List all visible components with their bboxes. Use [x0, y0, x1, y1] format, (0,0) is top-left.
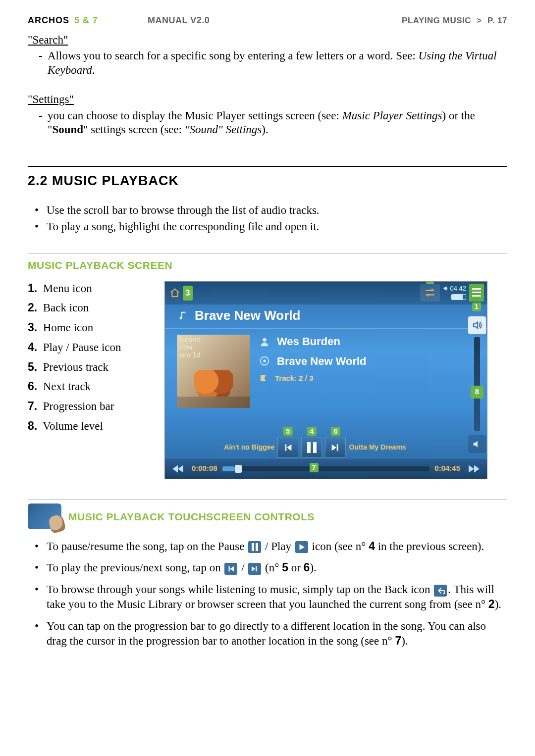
playback-bullet-2: To play a song, highlight the correspond…	[35, 220, 507, 234]
back-icon	[434, 585, 447, 597]
touch-bullet-1: To pause/resume the song, tap on the Pau…	[35, 539, 507, 554]
fast-forward-icon[interactable]	[465, 464, 483, 473]
battery-icon	[451, 294, 466, 300]
play-icon	[295, 541, 308, 553]
album-name: Brave New World	[277, 354, 367, 368]
section-2-2-heading: 2.2 MUSIC PLAYBACK	[28, 173, 507, 190]
next-track-button[interactable]: 6	[325, 437, 346, 458]
callout-3: 3	[183, 286, 193, 301]
home-icon[interactable]	[169, 288, 181, 299]
album-icon	[259, 355, 270, 366]
page-header: ARCHOS 5 & 7 MANUAL V2.0 PLAYING MUSIC >…	[28, 15, 507, 26]
volume-slider[interactable]	[474, 337, 480, 431]
callout-5: 5	[283, 427, 292, 436]
svg-point-0	[263, 338, 266, 341]
track-count: Track: 2 / 3	[275, 374, 314, 383]
callout-8: 8	[471, 386, 483, 399]
pause-icon	[248, 541, 261, 553]
rewind-icon[interactable]	[169, 464, 187, 473]
chevron-right-icon: >	[477, 16, 482, 25]
manual-version: MANUAL V2.0	[148, 15, 210, 26]
album-art: brave new world	[177, 335, 250, 408]
play-pause-button[interactable]: 4	[301, 437, 322, 458]
section-divider	[28, 166, 507, 167]
progress-bar[interactable]: 7	[222, 466, 430, 471]
repeat-icon[interactable]: 2	[420, 284, 440, 302]
elapsed-time: 0:00:08	[192, 464, 217, 473]
svg-point-2	[264, 360, 266, 362]
callout-1: 1	[472, 302, 481, 311]
search-desc: Allows you to search for a specific song…	[39, 49, 507, 78]
callout-4: 4	[307, 427, 316, 436]
music-note-icon	[177, 309, 188, 321]
settings-desc: you can choose to display the Music Play…	[39, 109, 507, 138]
artist-icon	[259, 336, 270, 347]
previous-icon	[224, 563, 237, 575]
next-song-label: Outta My Dreams	[349, 443, 406, 452]
page-number: P. 17	[487, 16, 507, 25]
brand: ARCHOS	[28, 15, 69, 26]
term-settings: "Settings"	[28, 93, 507, 107]
player-screenshot: 3 2 04 42 1	[164, 281, 487, 479]
previous-track-button[interactable]: 5	[277, 437, 298, 458]
playback-bullet-1: Use the scroll bar to browse through the…	[35, 203, 507, 218]
sub-divider-2	[28, 499, 507, 500]
artist-name: Wes Burden	[277, 335, 340, 349]
song-title: Brave New World	[195, 307, 300, 324]
header-section: PLAYING MUSIC	[402, 16, 471, 25]
track-icon	[259, 374, 268, 383]
next-icon	[248, 563, 261, 575]
menu-icon[interactable]: 1	[469, 284, 484, 302]
touch-bullet-4: You can tap on the progression bar to go…	[35, 619, 507, 649]
volume-mute-icon[interactable]	[468, 435, 486, 453]
touch-controls-heading: MUSIC PLAYBACK TOUCHSCREEN CONTROLS	[68, 510, 315, 523]
butterfly-icon	[194, 370, 233, 397]
legend-list: 1. Menu icon 2. Back icon 3. Home icon 4…	[28, 281, 152, 439]
prev-song-label: Ain't no Biggee	[224, 443, 274, 452]
volume-up-icon[interactable]	[468, 316, 486, 334]
sub-divider	[28, 253, 507, 254]
touchscreen-icon	[28, 504, 61, 529]
status-clock: 04 42	[443, 285, 466, 293]
model: 5 & 7	[74, 15, 98, 26]
touch-bullet-3: To browse through your songs while liste…	[35, 582, 507, 612]
touch-bullet-2: To play the previous/next song, tap on /…	[35, 560, 507, 575]
callout-6: 6	[331, 427, 340, 436]
playback-screen-heading: MUSIC PLAYBACK SCREEN	[28, 259, 507, 272]
term-search: "Search"	[28, 33, 507, 48]
total-time: 0:04:45	[434, 464, 460, 473]
callout-2: 2	[426, 281, 434, 285]
callout-7: 7	[310, 463, 319, 472]
